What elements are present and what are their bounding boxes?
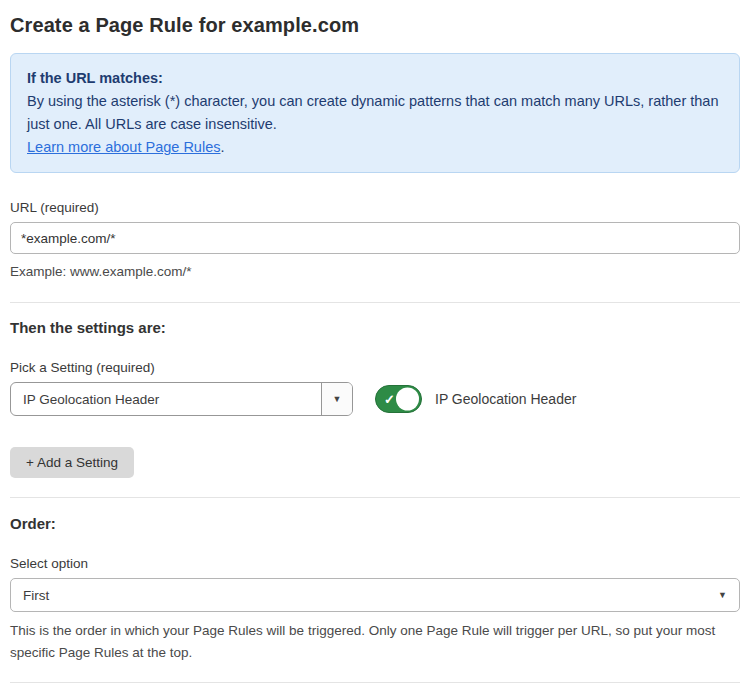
divider — [10, 682, 740, 683]
url-input[interactable] — [10, 222, 740, 254]
info-box-body: By using the asterisk (*) character, you… — [27, 90, 723, 136]
divider — [10, 497, 740, 498]
link-suffix-period: . — [220, 139, 224, 155]
ip-geolocation-toggle[interactable]: ✓ — [375, 385, 422, 413]
info-box-heading: If the URL matches: — [27, 67, 723, 90]
url-field-label: URL (required) — [10, 200, 740, 215]
order-section-heading: Order: — [10, 515, 740, 532]
order-select-label: Select option — [10, 556, 740, 571]
settings-section-heading: Then the settings are: — [10, 319, 740, 336]
setting-select-arrow-button[interactable]: ▼ — [321, 383, 352, 415]
page-title: Create a Page Rule for example.com — [10, 14, 740, 37]
toggle-knob — [396, 388, 419, 411]
setting-select[interactable]: IP Geolocation Header ▼ — [10, 382, 353, 416]
order-select-value: First — [23, 588, 49, 603]
divider — [10, 302, 740, 303]
order-helper-text: This is the order in which your Page Rul… — [10, 620, 736, 664]
url-match-info-box: If the URL matches: By using the asteris… — [10, 53, 740, 173]
info-link-line: Learn more about Page Rules. — [27, 136, 723, 159]
chevron-down-icon: ▼ — [718, 591, 727, 600]
setting-select-value: IP Geolocation Header — [11, 383, 321, 415]
page-rule-form: Create a Page Rule for example.com If th… — [0, 0, 750, 687]
order-select[interactable]: First ▼ — [10, 578, 740, 612]
url-example-helper: Example: www.example.com/* — [10, 261, 740, 283]
learn-more-link[interactable]: Learn more about Page Rules — [27, 139, 220, 155]
chevron-down-icon: ▼ — [333, 395, 342, 404]
check-icon: ✓ — [384, 392, 395, 407]
setting-row: IP Geolocation Header ▼ ✓ IP Geolocation… — [10, 382, 740, 416]
pick-setting-label: Pick a Setting (required) — [10, 360, 740, 375]
toggle-label: IP Geolocation Header — [435, 391, 576, 407]
add-setting-button[interactable]: + Add a Setting — [10, 447, 134, 478]
